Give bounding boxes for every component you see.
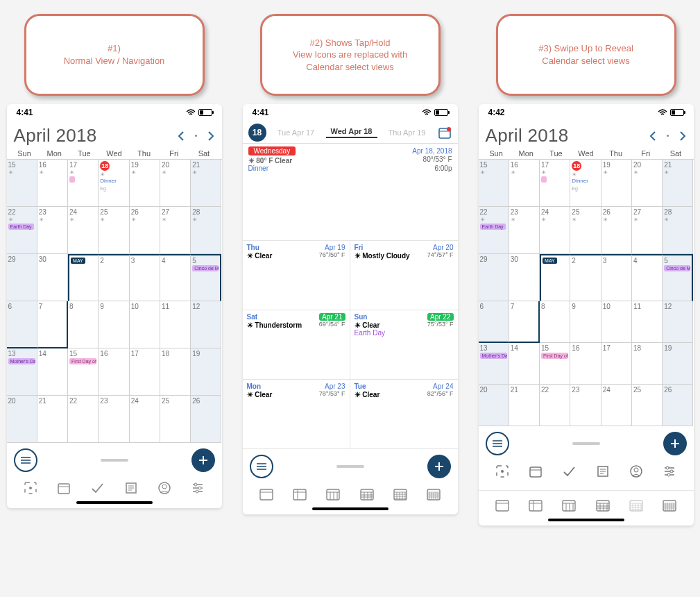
- view-1d-icon[interactable]: [493, 496, 511, 514]
- today-dot-button[interactable]: [195, 135, 197, 137]
- agenda-cell[interactable]: MonApr 23☀ Clear78°/53° F: [243, 380, 350, 449]
- day-cell[interactable]: 20: [7, 396, 37, 443]
- prev-month-button[interactable]: [177, 131, 185, 142]
- day-cell[interactable]: 19☀: [601, 160, 632, 207]
- day-cell[interactable]: MAY: [540, 254, 570, 301]
- day-cell[interactable]: 22☀Earth Day: [479, 207, 509, 254]
- day-cell[interactable]: 15First Day of F: [68, 348, 99, 396]
- day-cell[interactable]: 20: [479, 385, 509, 426]
- view-3d-icon[interactable]: [291, 485, 309, 503]
- day-cell[interactable]: 3: [130, 254, 160, 301]
- day-cell[interactable]: 18☀DinnerEg: [570, 160, 601, 207]
- view-year-icon[interactable]: [660, 496, 678, 514]
- day-cell[interactable]: 15☀: [7, 160, 37, 207]
- view-1d-icon[interactable]: [257, 485, 275, 503]
- day-cell[interactable]: 17☀: [68, 160, 99, 207]
- day-current[interactable]: Wed Apr 18: [326, 127, 377, 138]
- day-cell[interactable]: 25☀: [99, 207, 129, 254]
- day-cell[interactable]: 2: [99, 254, 129, 301]
- day-cell[interactable]: 20☀: [632, 160, 663, 207]
- day-cell[interactable]: 13Mother's Day: [479, 343, 509, 385]
- day-cell[interactable]: 4: [160, 254, 191, 301]
- day-cell[interactable]: 26☀: [130, 207, 160, 254]
- day-cell[interactable]: 17☀: [540, 160, 570, 207]
- mini-calendar-button[interactable]: [437, 125, 452, 140]
- day-cell[interactable]: 16☀: [509, 160, 540, 207]
- day-cell[interactable]: 13Mother's Day: [7, 348, 37, 396]
- day-cell[interactable]: 23: [99, 396, 129, 443]
- day-cell[interactable]: MAY: [68, 254, 99, 301]
- day-cell[interactable]: 10: [601, 301, 632, 343]
- day-cell[interactable]: 26☀: [601, 207, 632, 254]
- day-cell[interactable]: 16☀: [37, 160, 68, 207]
- month-grid[interactable]: 15☀16☀17☀ 18☀DinnerEg19☀20☀21☀22☀Earth D…: [7, 159, 222, 443]
- day-cell[interactable]: 19: [191, 348, 221, 396]
- day-cell[interactable]: 23: [570, 385, 601, 426]
- add-button[interactable]: [663, 432, 687, 455]
- day-cell[interactable]: 7: [37, 301, 68, 348]
- day-cell[interactable]: 10: [130, 301, 160, 348]
- drag-handle[interactable]: [572, 442, 600, 445]
- day-cell[interactable]: 8: [68, 301, 99, 348]
- day-cell[interactable]: 9: [99, 301, 129, 348]
- day-cell[interactable]: 5Cinco de Ma: [663, 254, 693, 301]
- day-cell[interactable]: 12: [663, 301, 693, 343]
- month-grid[interactable]: 15☀16☀17☀ 18☀DinnerEg19☀20☀21☀22☀Earth D…: [479, 159, 694, 426]
- drag-handle[interactable]: [336, 465, 364, 468]
- day-cell[interactable]: 12: [191, 301, 221, 348]
- agenda-today[interactable]: Wednesday Apr 18, 2018 ☀ 80° F Clear 80°…: [243, 144, 458, 241]
- agenda-cell[interactable]: SatApr 21☀ Thunderstorm69°/54° F: [243, 310, 350, 380]
- agenda-cell[interactable]: TueApr 24☀ Clear82°/56° F: [350, 380, 458, 449]
- day-cell[interactable]: 29: [479, 254, 509, 301]
- agenda-cell[interactable]: SunApr 22☀ Clear75°/53° FEarth Day: [350, 310, 458, 380]
- day-cell[interactable]: 23☀: [509, 207, 540, 254]
- drag-handle[interactable]: [101, 459, 128, 462]
- day-cell[interactable]: 18☀DinnerEg: [99, 160, 129, 207]
- prev-month-button[interactable]: [649, 131, 657, 142]
- day-cell[interactable]: 22: [540, 385, 570, 426]
- day-cell[interactable]: 20☀: [160, 160, 191, 207]
- day-cell[interactable]: 27☀: [160, 207, 191, 254]
- view-month2-icon[interactable]: [391, 485, 409, 503]
- day-cell[interactable]: 16: [99, 348, 129, 396]
- day-cell[interactable]: 22☀Earth Day: [7, 207, 37, 254]
- day-cell[interactable]: 14: [37, 348, 68, 396]
- day-cell[interactable]: 15☀: [479, 160, 509, 207]
- day-cell[interactable]: 21: [37, 396, 68, 443]
- day-cell[interactable]: 15First Day of F: [540, 343, 570, 385]
- day-cell[interactable]: 16: [570, 343, 601, 385]
- day-cell[interactable]: 21: [509, 385, 540, 426]
- checkmark-icon[interactable]: [88, 479, 106, 497]
- view-week-icon[interactable]: [324, 485, 342, 503]
- day-cell[interactable]: 28☀: [663, 207, 693, 254]
- day-cell[interactable]: 26: [663, 385, 693, 426]
- day-next[interactable]: Thu Apr 19: [382, 128, 433, 137]
- sliders-icon[interactable]: [660, 462, 678, 480]
- day-cell[interactable]: 25: [632, 385, 663, 426]
- view-week-icon[interactable]: [560, 496, 578, 514]
- day-cell[interactable]: 24: [601, 385, 632, 426]
- next-month-button[interactable]: [207, 131, 215, 142]
- view-3d-icon[interactable]: [527, 496, 545, 514]
- day-cell[interactable]: 28☀: [191, 207, 221, 254]
- day-cell[interactable]: 30: [37, 254, 68, 301]
- day-cell[interactable]: 18: [160, 348, 191, 396]
- focus-icon[interactable]: [493, 462, 511, 480]
- add-button[interactable]: [191, 448, 215, 472]
- next-month-button[interactable]: [678, 131, 687, 142]
- day-cell[interactable]: 23☀: [37, 207, 68, 254]
- day-cell[interactable]: 25: [160, 396, 191, 443]
- day-cell[interactable]: 11: [632, 301, 663, 343]
- agenda-cell[interactable]: ThuApr 19☀ Clear76°/50° F: [243, 241, 350, 310]
- day-cell[interactable]: 24: [130, 396, 160, 443]
- day-cell[interactable]: 6: [7, 301, 37, 348]
- day-cell[interactable]: 7: [509, 301, 540, 343]
- day-cell[interactable]: 6: [479, 301, 509, 343]
- view-month-icon[interactable]: [594, 496, 612, 514]
- day-cell[interactable]: 27☀: [632, 207, 663, 254]
- agenda-event[interactable]: Dinner: [248, 165, 268, 172]
- view-month2-icon[interactable]: [627, 496, 645, 514]
- add-button[interactable]: [427, 455, 451, 478]
- day-cell[interactable]: 3: [601, 254, 632, 301]
- sliders-icon[interactable]: [189, 479, 207, 497]
